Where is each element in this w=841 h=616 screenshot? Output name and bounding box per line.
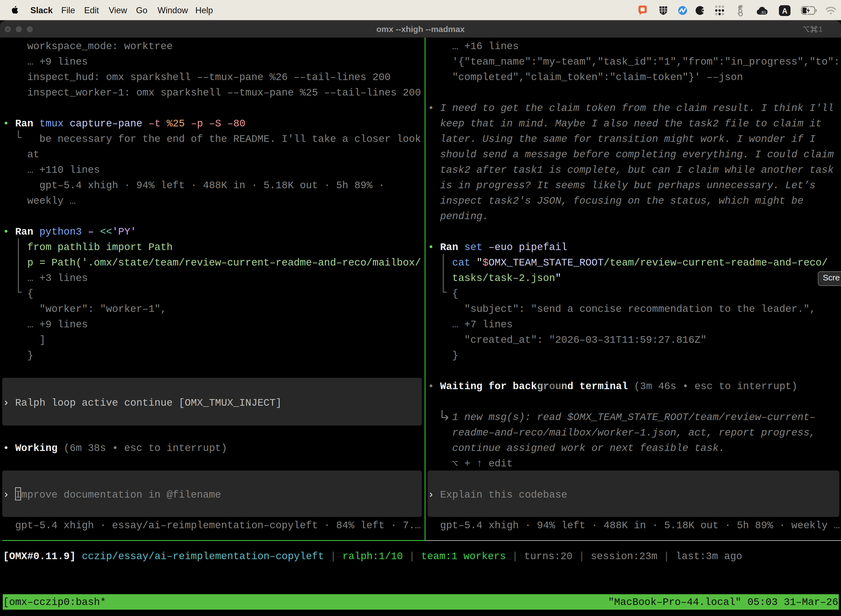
svg-text:..61: ..61: [760, 10, 766, 15]
svg-text:A: A: [782, 7, 787, 15]
